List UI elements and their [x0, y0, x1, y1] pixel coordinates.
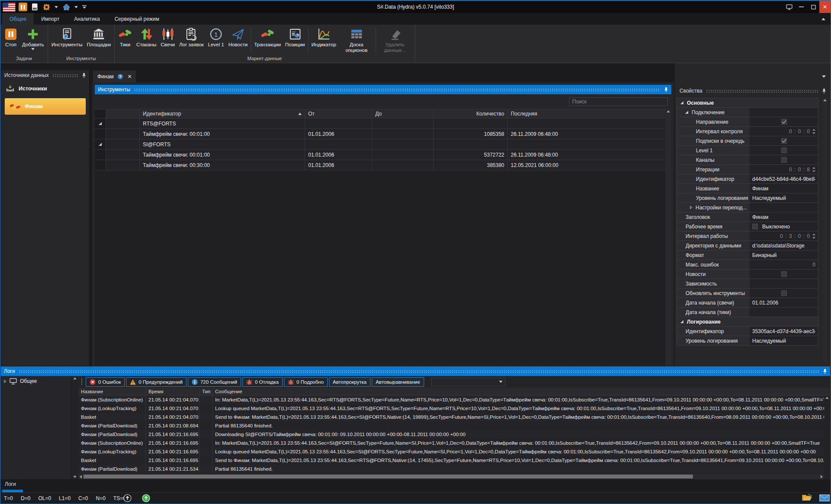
- property-value[interactable]: [750, 146, 818, 155]
- property-row[interactable]: Дата начала (тики): [677, 308, 818, 317]
- property-value[interactable]: [750, 289, 818, 298]
- ribbon-button[interactable]: Позиции: [283, 26, 307, 48]
- log-row[interactable]: Финам (SubscriptionOnline)21.05.14 00:21…: [78, 439, 824, 447]
- log-row[interactable]: Финам (PartialDownload)21.05.14 00:21:21…: [78, 465, 824, 473]
- property-row[interactable]: Каналы: [677, 155, 818, 165]
- property-value[interactable]: Финам: [750, 212, 818, 222]
- property-row[interactable]: Интервал контроля0 : 0 : 0: [677, 127, 818, 136]
- log-filter-button[interactable]: 0 Подробно: [284, 377, 328, 387]
- expander-icon[interactable]: [98, 142, 102, 146]
- home-icon[interactable]: [62, 3, 71, 11]
- spinner-arrows-icon[interactable]: [812, 167, 815, 172]
- property-value[interactable]: Наследуемый: [750, 336, 818, 345]
- property-value[interactable]: 0 : 0 : 0: [750, 127, 818, 136]
- ribbon-button[interactable]: Свечи: [158, 26, 177, 48]
- log-horizontal-scrollbar[interactable]: [78, 474, 824, 479]
- property-value[interactable]: [750, 203, 818, 212]
- log-row[interactable]: Финам (LookupTracking)21.05.14 00:21:04.…: [78, 404, 824, 413]
- property-row[interactable]: Интервал работы0 : 3 : 0 : 0: [677, 231, 818, 241]
- scrollbar-thumb[interactable]: [84, 475, 693, 478]
- screen-dock-icon[interactable]: [783, 1, 795, 13]
- collapsed-arrow-icon[interactable]: [690, 205, 692, 209]
- open-folder-icon[interactable]: [802, 493, 812, 502]
- table-row[interactable]: RTS@FORTS: [95, 119, 665, 129]
- collapsed-logs-tab[interactable]: Логи: [5, 481, 16, 487]
- tree-node-common[interactable]: Общее: [1, 376, 71, 386]
- column-header[interactable]: От: [305, 109, 372, 118]
- checkbox[interactable]: [781, 119, 787, 125]
- ribbon-button[interactable]: Стаканы: [134, 26, 158, 48]
- gear-icon[interactable]: [42, 3, 51, 11]
- log-row[interactable]: Basket21.05.14 00:21:16.695Send to Финам…: [78, 456, 824, 465]
- ribbon-tab-2[interactable]: Аналитика: [67, 13, 107, 25]
- property-value[interactable]: Финам: [750, 184, 818, 193]
- column-header[interactable]: Время: [146, 388, 200, 395]
- ribbon-button[interactable]: Стоп: [2, 26, 20, 48]
- property-value[interactable]: Бинарный: [750, 250, 818, 260]
- column-header[interactable]: Идентификатор: [140, 109, 305, 118]
- property-group[interactable]: Основные: [677, 98, 818, 108]
- property-value[interactable]: [750, 155, 818, 164]
- ribbon-button[interactable]: Индикатор: [309, 26, 338, 48]
- ribbon-tab-0[interactable]: Общее: [2, 13, 34, 25]
- tree-expander-icon[interactable]: [4, 379, 6, 383]
- property-row[interactable]: Level 1: [677, 146, 818, 155]
- checkbox[interactable]: [752, 224, 758, 229]
- qat-customize-icon[interactable]: [82, 5, 87, 9]
- log-filter-button[interactable]: 0 Отладка: [242, 377, 283, 387]
- property-row[interactable]: Итерации0 : 0 : 8: [677, 165, 818, 174]
- properties-scrollbar[interactable]: [822, 98, 828, 362]
- property-row[interactable]: Идентификаторd44cbe52-b84d-46c4-9be8-...: [677, 174, 818, 184]
- upload-dark-icon[interactable]: [123, 494, 132, 502]
- ribbon-button[interactable]: Транзакции: [252, 26, 283, 48]
- chevron-down-icon[interactable]: [74, 6, 79, 8]
- property-value[interactable]: [750, 308, 818, 317]
- source-item-finam[interactable]: Финам: [5, 98, 86, 115]
- table-row[interactable]: Таймфрейм свечи: 00:30:0001.01.200638538…: [95, 160, 665, 170]
- property-row[interactable]: ЗаголовокФинам: [677, 212, 818, 222]
- log-toggle-button[interactable]: Автовыравнивание: [372, 377, 424, 387]
- ribbon-button[interactable]: Добавить: [20, 26, 46, 51]
- column-header[interactable]: Количество: [434, 109, 508, 118]
- table-row[interactable]: Таймфрейм свечи: 00:01:0001.01.200653727…: [95, 150, 665, 160]
- property-value[interactable]: d44cbe52-b84d-46c4-9be8-...: [750, 174, 818, 183]
- ribbon-collapse-icon[interactable]: [821, 13, 831, 25]
- document-tab-finam[interactable]: Финам ? ✕: [93, 71, 136, 82]
- checkbox[interactable]: [781, 290, 787, 296]
- log-vertical-scrollbar[interactable]: [824, 395, 830, 474]
- property-value[interactable]: 0 : 3 : 0 : 0: [750, 231, 818, 241]
- tree-scrollbar[interactable]: [71, 376, 78, 479]
- ribbon-button[interactable]: Лог заявок: [177, 26, 206, 48]
- property-value[interactable]: [750, 279, 818, 288]
- property-row[interactable]: Директория с даннымиd:\sdata\sdata\Stora…: [677, 241, 818, 250]
- column-header[interactable]: Название: [78, 388, 146, 395]
- property-value[interactable]: Наследуемый: [750, 193, 818, 202]
- sources-root[interactable]: Источники: [1, 80, 89, 96]
- property-row[interactable]: Идентификатор35305ac4-d37d-4439-aec3-...: [677, 327, 818, 336]
- maximize-button[interactable]: [807, 1, 819, 13]
- property-row[interactable]: Настройки перепод...: [677, 203, 818, 212]
- property-row[interactable]: Макс. ошибок0: [677, 260, 818, 270]
- pause-icon[interactable]: [19, 3, 27, 11]
- property-row[interactable]: НазваниеФинам: [677, 184, 818, 193]
- property-row[interactable]: Подключение: [677, 108, 818, 117]
- expander-icon[interactable]: [685, 110, 689, 114]
- property-value[interactable]: 01.01.2006: [750, 298, 818, 307]
- expander-icon[interactable]: [680, 101, 684, 105]
- column-header[interactable]: Сообщение: [213, 388, 830, 395]
- property-row[interactable]: Подписки в очередь: [677, 136, 818, 146]
- spinner-arrows-icon[interactable]: [812, 129, 815, 134]
- property-row[interactable]: Зависимость: [677, 279, 818, 289]
- close-icon[interactable]: ✕: [127, 74, 132, 80]
- log-filter-button[interactable]: 0 Ошибок: [86, 377, 125, 387]
- pin-icon[interactable]: [822, 88, 826, 94]
- ribbon-button[interactable]: Тики: [116, 26, 134, 48]
- checkbox[interactable]: [781, 157, 787, 163]
- table-scrollbar[interactable]: [666, 109, 671, 365]
- property-value[interactable]: 0 : 0 : 8: [750, 165, 818, 174]
- expander-icon[interactable]: [98, 122, 102, 125]
- ribbon-button[interactable]: Новости: [226, 26, 250, 48]
- pin-icon[interactable]: [823, 369, 827, 374]
- log-filter-button[interactable]: 0 Предупреждений: [126, 377, 187, 387]
- property-value[interactable]: 0: [750, 260, 818, 269]
